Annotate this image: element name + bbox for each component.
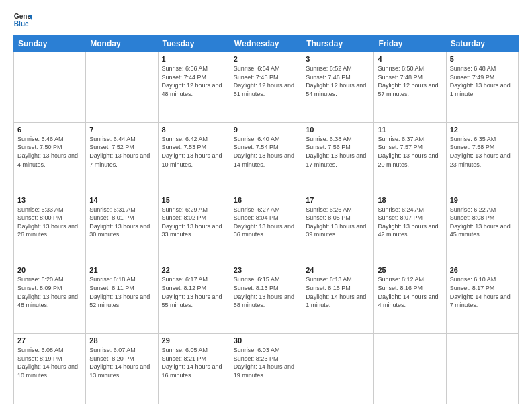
- day-number: 10: [306, 126, 370, 134]
- calendar-cell: 24Sunrise: 6:13 AM Sunset: 8:15 PM Dayli…: [302, 263, 374, 334]
- day-number: 24: [306, 266, 370, 274]
- day-number: 19: [450, 196, 515, 204]
- calendar-cell: 11Sunrise: 6:37 AM Sunset: 7:57 PM Dayli…: [374, 122, 446, 193]
- calendar-cell: 25Sunrise: 6:12 AM Sunset: 8:16 PM Dayli…: [374, 263, 446, 334]
- day-info: Sunrise: 6:38 AM Sunset: 7:56 PM Dayligh…: [306, 135, 370, 169]
- calendar-cell: 4Sunrise: 6:50 AM Sunset: 7:48 PM Daylig…: [374, 52, 446, 123]
- calendar-cell: 27Sunrise: 6:08 AM Sunset: 8:19 PM Dayli…: [14, 334, 86, 404]
- day-info: Sunrise: 6:42 AM Sunset: 7:53 PM Dayligh…: [162, 135, 226, 169]
- svg-text:Blue: Blue: [14, 20, 29, 28]
- calendar-cell: 5Sunrise: 6:48 AM Sunset: 7:49 PM Daylig…: [446, 52, 518, 123]
- day-info: Sunrise: 6:18 AM Sunset: 8:11 PM Dayligh…: [89, 275, 154, 309]
- calendar-cell: [302, 334, 374, 404]
- day-info: Sunrise: 6:48 AM Sunset: 7:49 PM Dayligh…: [450, 64, 515, 98]
- day-number: 15: [162, 196, 226, 204]
- calendar-cell: 6Sunrise: 6:46 AM Sunset: 7:50 PM Daylig…: [14, 122, 86, 193]
- day-number: 18: [378, 196, 442, 204]
- calendar-cell: 9Sunrise: 6:40 AM Sunset: 7:54 PM Daylig…: [230, 122, 302, 193]
- calendar-cell: 17Sunrise: 6:26 AM Sunset: 8:05 PM Dayli…: [302, 193, 374, 263]
- day-info: Sunrise: 6:56 AM Sunset: 7:44 PM Dayligh…: [162, 64, 226, 98]
- day-info: Sunrise: 6:29 AM Sunset: 8:02 PM Dayligh…: [162, 205, 226, 239]
- day-info: Sunrise: 6:33 AM Sunset: 8:00 PM Dayligh…: [17, 205, 82, 239]
- day-number: 1: [162, 55, 226, 63]
- day-number: 11: [378, 126, 442, 134]
- calendar-cell: 29Sunrise: 6:05 AM Sunset: 8:21 PM Dayli…: [158, 334, 230, 404]
- weekday-header-wednesday: Wednesday: [230, 36, 302, 52]
- calendar-cell: 14Sunrise: 6:31 AM Sunset: 8:01 PM Dayli…: [86, 193, 158, 263]
- day-info: Sunrise: 6:10 AM Sunset: 8:17 PM Dayligh…: [450, 275, 515, 309]
- calendar-cell: 20Sunrise: 6:20 AM Sunset: 8:09 PM Dayli…: [14, 263, 86, 334]
- day-info: Sunrise: 6:20 AM Sunset: 8:09 PM Dayligh…: [17, 275, 82, 309]
- day-number: 7: [89, 126, 154, 134]
- day-info: Sunrise: 6:15 AM Sunset: 8:13 PM Dayligh…: [234, 275, 298, 309]
- day-info: Sunrise: 6:50 AM Sunset: 7:48 PM Dayligh…: [378, 64, 442, 98]
- day-number: 4: [378, 55, 442, 63]
- calendar-cell: 26Sunrise: 6:10 AM Sunset: 8:17 PM Dayli…: [446, 263, 518, 334]
- day-info: Sunrise: 6:52 AM Sunset: 7:46 PM Dayligh…: [306, 64, 370, 98]
- calendar-cell: 2Sunrise: 6:54 AM Sunset: 7:45 PM Daylig…: [230, 52, 302, 123]
- day-info: Sunrise: 6:12 AM Sunset: 8:16 PM Dayligh…: [378, 275, 442, 309]
- day-info: Sunrise: 6:03 AM Sunset: 8:23 PM Dayligh…: [234, 346, 298, 379]
- weekday-header-friday: Friday: [374, 36, 446, 52]
- day-number: 28: [89, 336, 154, 345]
- day-info: Sunrise: 6:17 AM Sunset: 8:12 PM Dayligh…: [162, 275, 226, 309]
- day-info: Sunrise: 6:08 AM Sunset: 8:19 PM Dayligh…: [17, 346, 82, 379]
- calendar-cell: 8Sunrise: 6:42 AM Sunset: 7:53 PM Daylig…: [158, 122, 230, 193]
- day-info: Sunrise: 6:13 AM Sunset: 8:15 PM Dayligh…: [306, 275, 370, 309]
- weekday-header-tuesday: Tuesday: [158, 36, 230, 52]
- calendar-cell: [446, 334, 518, 404]
- day-number: 22: [162, 266, 226, 274]
- weekday-header-saturday: Saturday: [446, 36, 518, 52]
- calendar-table: SundayMondayTuesdayWednesdayThursdayFrid…: [13, 35, 519, 404]
- day-info: Sunrise: 6:27 AM Sunset: 8:04 PM Dayligh…: [234, 205, 298, 239]
- calendar-cell: 1Sunrise: 6:56 AM Sunset: 7:44 PM Daylig…: [158, 52, 230, 123]
- weekday-header-sunday: Sunday: [14, 36, 86, 52]
- day-info: Sunrise: 6:07 AM Sunset: 8:20 PM Dayligh…: [89, 346, 154, 379]
- calendar-cell: 15Sunrise: 6:29 AM Sunset: 8:02 PM Dayli…: [158, 193, 230, 263]
- day-info: Sunrise: 6:31 AM Sunset: 8:01 PM Dayligh…: [89, 205, 154, 239]
- calendar-cell: 3Sunrise: 6:52 AM Sunset: 7:46 PM Daylig…: [302, 52, 374, 123]
- day-number: 20: [17, 266, 82, 274]
- logo-icon: General Blue: [13, 11, 32, 30]
- weekday-header-thursday: Thursday: [302, 36, 374, 52]
- day-info: Sunrise: 6:54 AM Sunset: 7:45 PM Dayligh…: [234, 64, 298, 98]
- calendar-cell: 13Sunrise: 6:33 AM Sunset: 8:00 PM Dayli…: [14, 193, 86, 263]
- day-info: Sunrise: 6:44 AM Sunset: 7:52 PM Dayligh…: [89, 135, 154, 169]
- day-number: 9: [234, 126, 298, 134]
- day-number: 13: [17, 196, 82, 204]
- day-number: 27: [17, 336, 82, 345]
- day-number: 12: [450, 126, 515, 134]
- calendar-cell: 18Sunrise: 6:24 AM Sunset: 8:07 PM Dayli…: [374, 193, 446, 263]
- day-number: 23: [234, 266, 298, 274]
- day-number: 5: [450, 55, 515, 63]
- calendar-cell: 12Sunrise: 6:35 AM Sunset: 7:58 PM Dayli…: [446, 122, 518, 193]
- day-info: Sunrise: 6:24 AM Sunset: 8:07 PM Dayligh…: [378, 205, 442, 239]
- day-info: Sunrise: 6:46 AM Sunset: 7:50 PM Dayligh…: [17, 135, 82, 169]
- day-number: 14: [89, 196, 154, 204]
- day-number: 16: [234, 196, 298, 204]
- day-info: Sunrise: 6:37 AM Sunset: 7:57 PM Dayligh…: [378, 135, 442, 169]
- calendar-cell: 16Sunrise: 6:27 AM Sunset: 8:04 PM Dayli…: [230, 193, 302, 263]
- day-number: 6: [17, 126, 82, 134]
- day-number: 21: [89, 266, 154, 274]
- day-info: Sunrise: 6:35 AM Sunset: 7:58 PM Dayligh…: [450, 135, 515, 169]
- calendar-cell: 19Sunrise: 6:22 AM Sunset: 8:08 PM Dayli…: [446, 193, 518, 263]
- calendar-cell: 30Sunrise: 6:03 AM Sunset: 8:23 PM Dayli…: [230, 334, 302, 404]
- header: General Blue: [13, 11, 519, 30]
- day-info: Sunrise: 6:05 AM Sunset: 8:21 PM Dayligh…: [162, 346, 226, 379]
- logo: General Blue: [13, 11, 32, 30]
- day-number: 29: [162, 336, 226, 345]
- day-number: 3: [306, 55, 370, 63]
- calendar-cell: [374, 334, 446, 404]
- day-number: 30: [234, 336, 298, 345]
- calendar-cell: 10Sunrise: 6:38 AM Sunset: 7:56 PM Dayli…: [302, 122, 374, 193]
- weekday-header-monday: Monday: [86, 36, 158, 52]
- day-number: 26: [450, 266, 515, 274]
- calendar-cell: 28Sunrise: 6:07 AM Sunset: 8:20 PM Dayli…: [86, 334, 158, 404]
- calendar-cell: 22Sunrise: 6:17 AM Sunset: 8:12 PM Dayli…: [158, 263, 230, 334]
- calendar-cell: [86, 52, 158, 123]
- calendar-cell: 21Sunrise: 6:18 AM Sunset: 8:11 PM Dayli…: [86, 263, 158, 334]
- calendar-cell: 7Sunrise: 6:44 AM Sunset: 7:52 PM Daylig…: [86, 122, 158, 193]
- day-number: 8: [162, 126, 226, 134]
- calendar-cell: [14, 52, 86, 123]
